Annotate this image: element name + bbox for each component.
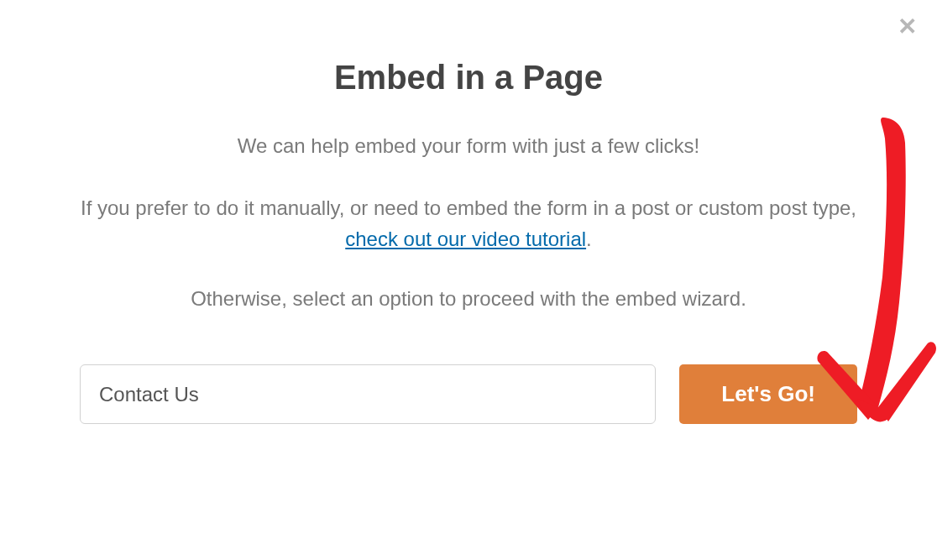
lets-go-button[interactable]: Let's Go! — [679, 364, 857, 424]
embed-form-row: Let's Go! — [80, 364, 857, 424]
page-name-input[interactable] — [80, 364, 656, 424]
modal-title: Embed in a Page — [80, 59, 857, 97]
modal-paragraph-wizard: Otherwise, select an option to proceed w… — [80, 283, 857, 314]
close-icon[interactable]: ✕ — [898, 15, 917, 39]
modal-subtitle: We can help embed your form with just a … — [80, 132, 857, 160]
video-tutorial-link[interactable]: check out our video tutorial — [345, 228, 586, 250]
modal-paragraph-manual: If you prefer to do it manually, or need… — [80, 192, 857, 254]
paragraph-text-post: . — [586, 228, 592, 250]
paragraph-text-pre: If you prefer to do it manually, or need… — [81, 196, 856, 219]
embed-modal: ✕ Embed in a Page We can help embed your… — [0, 0, 937, 560]
